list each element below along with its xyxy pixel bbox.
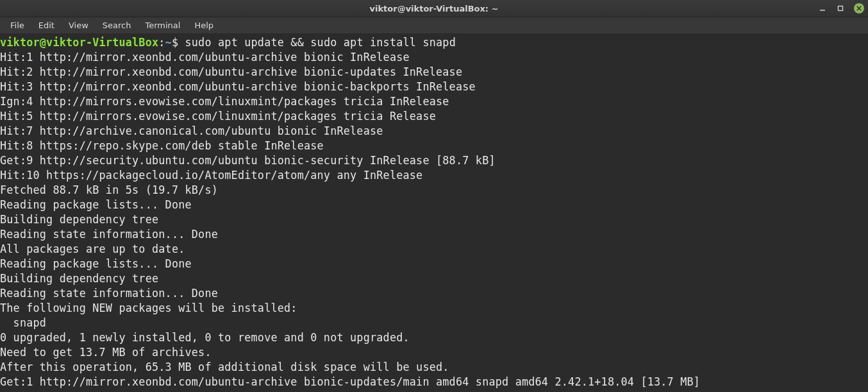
minimize-button[interactable] — [818, 4, 827, 13]
command-text: sudo apt update && sudo apt install snap… — [185, 36, 456, 49]
prompt-path: ~ — [165, 36, 172, 49]
close-icon — [856, 6, 862, 11]
menu-edit[interactable]: Edit — [32, 19, 61, 32]
svg-rect-1 — [839, 6, 843, 11]
menu-file[interactable]: File — [4, 19, 31, 32]
minimize-icon — [819, 5, 826, 12]
maximize-icon — [837, 5, 844, 12]
menubar: File Edit View Search Terminal Help — [0, 17, 868, 34]
menu-terminal[interactable]: Terminal — [138, 19, 187, 32]
prompt-sigil: $ — [172, 36, 185, 49]
prompt-sep: : — [158, 36, 165, 49]
menu-search[interactable]: Search — [96, 19, 138, 32]
terminal-area[interactable]: viktor@viktor-VirtualBox:~$ sudo apt upd… — [0, 34, 868, 392]
window-controls — [818, 0, 864, 17]
window-title: viktor@viktor-VirtualBox: ~ — [370, 4, 499, 13]
prompt-userhost: viktor@viktor-VirtualBox — [0, 36, 158, 49]
titlebar: viktor@viktor-VirtualBox: ~ — [0, 0, 868, 17]
close-button[interactable] — [854, 3, 864, 13]
maximize-button[interactable] — [836, 4, 845, 13]
menu-help[interactable]: Help — [188, 19, 220, 32]
menu-view[interactable]: View — [62, 19, 95, 32]
terminal-output: Hit:1 http://mirror.xeonbd.com/ubuntu-ar… — [0, 51, 700, 388]
